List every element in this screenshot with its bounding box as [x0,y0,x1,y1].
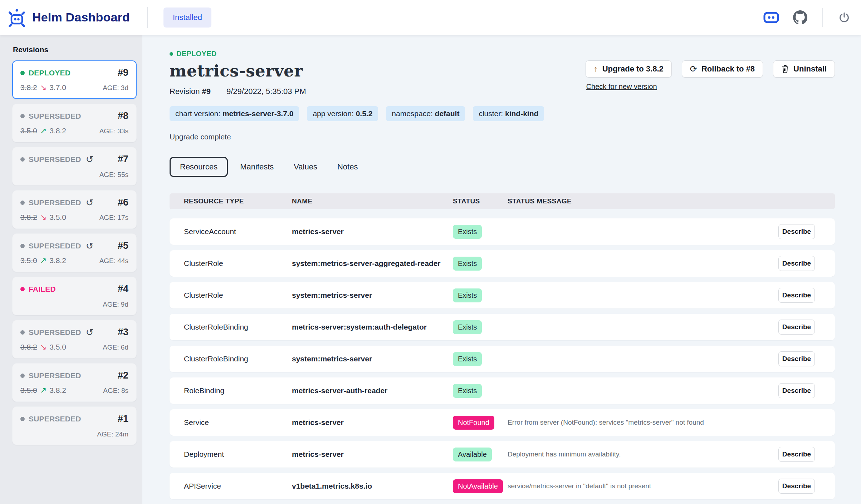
reconfigure-icon: ↺ [86,198,94,207]
status-badge: Exists [453,225,482,239]
resource-name: v1beta1.metrics.k8s.io [292,482,453,490]
table-row: ClusterRoleBinding metrics-server:system… [170,314,835,340]
old-version: 3.5.0 [20,127,37,135]
table-row: APIService v1beta1.metrics.k8s.io NotAva… [170,473,835,499]
top-navbar: Helm Dashboard Installed [0,0,861,35]
revision-card[interactable]: SUPERSEDED ↺ #3 3.8.2↘3.5.0 AGE: 6d [12,320,137,359]
new-version: 3.8.2 [49,127,66,135]
status-badge: Exists [453,288,482,302]
robot-icon[interactable] [763,11,779,24]
rollback-button[interactable]: ⟳ Rollback to #8 [682,60,763,78]
status-badge: Exists [453,257,482,271]
tab-values[interactable]: Values [286,158,325,176]
describe-button[interactable]: Describe [778,320,815,335]
col-name: NAME [292,197,453,205]
upgrade-arrow-icon: ↑ [594,65,598,73]
col-resource-type: RESOURCE TYPE [184,197,292,205]
status-dot-icon [20,201,25,205]
tab-notes[interactable]: Notes [329,158,366,176]
version-arrow-icon: ↘ [40,213,47,222]
status-badge: NotFound [453,416,494,430]
revision-card[interactable]: SUPERSEDED ↺ #5 3.5.0↗3.8.2 AGE: 44s [12,233,137,272]
status-dot-icon [20,114,25,118]
resource-type: ClusterRole [184,291,292,300]
describe-button[interactable]: Describe [778,288,815,303]
revision-list: DEPLOYED #9 3.8.2↘3.7.0 AGE: 3d SUPERSED… [12,60,137,445]
status-dot-icon [20,157,25,162]
nav-item-installed[interactable]: Installed [163,8,211,28]
revision-version-change: 3.5.0↗3.8.2 [20,126,66,135]
status-message: Deployment has minimum availability. [508,450,778,458]
uninstall-button[interactable]: Uninstall [773,60,835,78]
revision-age: AGE: 6d [103,344,128,351]
power-icon[interactable] [838,11,850,24]
status-badge: Available [453,448,492,461]
reconfigure-icon: ↺ [86,328,94,337]
status-badge: NotAvailable [453,479,503,493]
cluster-chip: cluster: kind-kind [473,106,544,121]
revision-status-label: SUPERSEDED [29,328,81,337]
helm-dashboard-logo-icon [6,8,27,28]
revisions-sidebar: Revisions DEPLOYED #9 3.8.2↘3.7.0 AGE: 3… [0,35,142,504]
status-message: Error from server (NotFound): services "… [508,419,778,426]
check-new-version-link[interactable]: Check for new version [586,83,657,91]
status-badge: Exists [453,384,482,398]
revision-card[interactable]: SUPERSEDED ↺ #6 3.8.2↘3.5.0 AGE: 17s [12,190,137,229]
chart-version-chip: chart version: metrics-server-3.7.0 [170,106,299,121]
table-row: ClusterRoleBinding system:metrics-server… [170,346,835,372]
resource-name: system:metrics-server-aggregated-reader [292,259,453,268]
revision-number: #6 [118,197,128,208]
status-dot-icon [20,71,25,75]
col-status: STATUS [453,197,508,205]
new-version: 3.8.2 [49,256,66,265]
table-row: Service metrics-server NotFound Error fr… [170,409,835,436]
old-version: 3.5.0 [20,386,37,394]
revision-status-label: SUPERSEDED [29,242,81,250]
new-version: 3.7.0 [49,83,66,92]
navbar-divider [822,8,823,27]
revision-age: AGE: 8s [103,387,128,395]
revision-card[interactable]: DEPLOYED #9 3.8.2↘3.7.0 AGE: 3d [12,60,137,99]
revision-card[interactable]: SUPERSEDED #2 3.5.0↗3.8.2 AGE: 8s [12,363,137,402]
resource-name: metrics-server-auth-reader [292,386,453,395]
resource-name: system:metrics-server [292,291,453,300]
revision-version-change: 3.8.2↘3.7.0 [20,83,66,92]
revision-card[interactable]: SUPERSEDED #8 3.5.0↗3.8.2 AGE: 33s [12,104,137,142]
resource-type: RoleBinding [184,386,292,395]
table-row: ClusterRole system:metrics-server-aggreg… [170,250,835,277]
reconfigure-icon: ↺ [86,155,94,164]
describe-button[interactable]: Describe [778,479,815,494]
version-arrow-icon: ↘ [40,83,47,92]
resource-type: Deployment [184,450,292,459]
release-description: Upgrade complete [170,133,835,141]
describe-button[interactable]: Describe [778,351,815,366]
describe-button[interactable]: Describe [778,447,815,462]
old-version: 3.5.0 [20,256,37,265]
resources-table-body: ServiceAccount metrics-server Exists Des… [170,218,835,499]
revision-status-label: SUPERSEDED [29,371,81,380]
status-dot-icon [20,374,25,378]
revision-version-change: 3.5.0↗3.8.2 [20,256,66,265]
revision-age: AGE: 3d [103,84,128,92]
tab-manifests[interactable]: Manifests [232,158,282,176]
describe-button[interactable]: Describe [778,224,815,239]
table-row: Deployment metrics-server Available Depl… [170,441,835,468]
revision-card[interactable]: SUPERSEDED #1 AGE: 24m [12,406,137,445]
current-revision-number: #9 [202,87,211,96]
upgrade-button[interactable]: ↑ Upgrade to 3.8.2 [586,60,672,78]
resource-type: Service [184,418,292,427]
describe-button[interactable]: Describe [778,256,815,271]
resource-name: system:metrics-server [292,355,453,363]
revision-number: #7 [118,154,128,165]
status-dot-icon [20,330,25,335]
github-icon[interactable] [793,10,807,25]
revision-card[interactable]: FAILED #4 AGE: 9d [12,277,137,315]
describe-button[interactable]: Describe [778,383,815,398]
revision-age: AGE: 17s [99,214,128,222]
revision-card[interactable]: SUPERSEDED ↺ #7 AGE: 55s [12,147,137,186]
revision-version-change: 3.8.2↘3.5.0 [20,342,66,352]
revision-age: AGE: 33s [99,127,128,135]
version-arrow-icon: ↘ [40,342,47,351]
tab-resources[interactable]: Resources [170,157,228,177]
revision-number: #4 [118,283,128,295]
